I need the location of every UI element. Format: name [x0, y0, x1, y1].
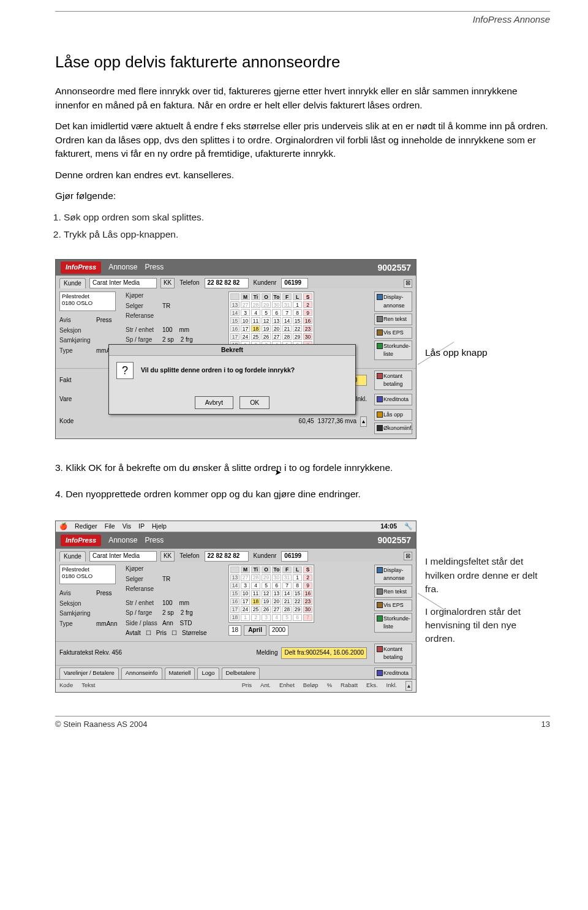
- label-kode: Kode: [59, 417, 74, 426]
- kunde-field[interactable]: Carat Inter Media: [89, 278, 157, 288]
- app-logo: InfoPress: [61, 261, 101, 274]
- label-kundenr: Kundenr: [252, 552, 278, 561]
- confirm-dialog: Bekreft ? Vil du splitte denne ordren i …: [108, 344, 356, 415]
- tab-kunde[interactable]: Kunde: [59, 278, 86, 289]
- dialog-question: Vil du splitte denne ordren i to og ford…: [141, 366, 295, 375]
- page-title: Låse opp delvis fakturerte annonseordre: [55, 51, 550, 74]
- okonomi-button[interactable]: Økonomiinf.: [374, 423, 412, 434]
- label-kjoper: Kjøper: [126, 291, 160, 301]
- subtab-annonseinfo[interactable]: Annonseinfo: [121, 667, 162, 679]
- menu-item[interactable]: IP: [138, 522, 145, 531]
- paragraph: 4. Den nyopprettede ordren kommer opp og…: [55, 487, 550, 501]
- paragraph: Det kan imidlertid være aktuelt å endre …: [55, 119, 550, 160]
- paragraph: 3. Klikk OK for å bekrefte om du ønsker …: [55, 461, 550, 475]
- screenshot-1: InfoPress Annonse Press 9002557 Kunde Ca…: [55, 259, 417, 440]
- fakturatekst: Fakturatekst Rekv. 456: [59, 649, 122, 658]
- checkbox-pris[interactable]: ☐: [146, 629, 151, 638]
- scroll-up-icon[interactable]: ▴: [360, 416, 367, 427]
- list-item: Søk opp ordren som skal splittes.: [64, 211, 550, 224]
- ok-button[interactable]: OK: [239, 396, 270, 409]
- page-number: 13: [541, 719, 550, 731]
- kreditnota-button[interactable]: Kreditnota: [374, 667, 412, 679]
- label-selger: Selger: [126, 302, 160, 311]
- tab-kunde[interactable]: Kunde: [59, 551, 86, 562]
- label-referanse: Referanse: [126, 312, 160, 321]
- kk-button[interactable]: KK: [160, 278, 175, 288]
- paragraph: Gjør følgende:: [55, 189, 550, 203]
- app-titlebar: InfoPress Annonse Press 9002557: [56, 532, 416, 548]
- scroll-up-icon[interactable]: ▴: [405, 681, 412, 691]
- label-kundenr: Kundenr: [252, 279, 278, 288]
- las-opp-button[interactable]: Lås opp: [374, 409, 412, 421]
- question-icon: ?: [116, 362, 134, 379]
- label-seksjon: Seksjon: [59, 326, 94, 336]
- order-number: 9002557: [377, 534, 411, 546]
- subtab-varelinjer[interactable]: Varelinjer / Betalere: [59, 667, 119, 679]
- menu-item[interactable]: Rediger: [75, 522, 97, 531]
- close-icon[interactable]: ⊠: [404, 279, 412, 288]
- kk-button[interactable]: KK: [160, 551, 175, 562]
- annotation-melding: I meldingsfeltet står det hvilken ordre …: [425, 555, 541, 596]
- annotation-orginal: I orginalordren står det henvisning til …: [425, 605, 541, 646]
- app-section: Annonse: [108, 262, 137, 273]
- ren-tekst-button[interactable]: Ren tekst: [374, 586, 412, 598]
- display-annonse-button[interactable]: Display-annonse: [374, 291, 412, 311]
- subtab-logo[interactable]: Logo: [197, 667, 219, 679]
- page-footer: © Stein Raaness AS 2004 13: [55, 716, 550, 731]
- menu-tray-icon[interactable]: 🔧: [404, 522, 412, 531]
- close-icon[interactable]: ⊠: [404, 552, 412, 560]
- label-inkl: Inkl.: [356, 395, 367, 404]
- calendar[interactable]: MTiOToFLS 13272829303112 143456789 15101…: [228, 565, 314, 638]
- menu-item[interactable]: File: [105, 522, 115, 531]
- value-eks: 60,45: [299, 417, 314, 426]
- kreditnota-button[interactable]: Kreditnota: [374, 394, 412, 405]
- menu-item[interactable]: Vis: [123, 522, 131, 531]
- address-box: Pilestredet 0180 OSLO: [59, 565, 116, 584]
- menu-apple-icon[interactable]: 🍎: [59, 522, 67, 531]
- order-number: 9002557: [377, 261, 411, 274]
- app-menubar: 🍎 Rediger File Vis IP Hjelp 14:05 🔧: [56, 521, 416, 532]
- sub-tabs: Varelinjer / Betalere Annonseinfo Materi…: [56, 665, 416, 679]
- label-avis: Avis: [59, 316, 94, 325]
- storkunde-button[interactable]: Storkunde-liste: [374, 613, 412, 633]
- app-logo: InfoPress: [61, 535, 101, 547]
- storkunde-button[interactable]: Storkunde-liste: [374, 340, 412, 360]
- dialog-title: Bekreft: [109, 345, 355, 356]
- subtab-materiell[interactable]: Materiell: [165, 667, 195, 679]
- address-box: Pilestredet 0180 OSLO: [59, 291, 116, 311]
- checkbox-storrelse[interactable]: ☐: [172, 629, 177, 638]
- telefon-field[interactable]: 22 82 82 82: [205, 278, 249, 288]
- customer-row: Kunde Carat Inter Media KK Telefon 22 82…: [56, 276, 416, 289]
- vis-eps-button[interactable]: Vis EPS: [374, 327, 412, 339]
- kunde-field[interactable]: Carat Inter Media: [89, 551, 157, 562]
- telefon-field[interactable]: 22 82 82 82: [205, 551, 249, 562]
- kundenr-field[interactable]: 06199: [281, 278, 308, 288]
- cursor-icon: ➤: [274, 466, 282, 478]
- label-str: Str / enhet: [126, 326, 160, 335]
- kontant-betaling-button[interactable]: Kontant betaling: [374, 370, 412, 390]
- customer-row: Kunde Carat Inter Media KK Telefon 22 82…: [56, 549, 416, 562]
- body-text: 3. Klikk OK for å bekrefte om du ønsker …: [55, 461, 550, 501]
- label-fakt: Fakt: [59, 376, 71, 385]
- vis-eps-button[interactable]: Vis EPS: [374, 600, 412, 611]
- app-section: Annonse: [108, 535, 137, 546]
- cancel-button[interactable]: Avbryt: [195, 396, 234, 409]
- menu-item[interactable]: Hjelp: [152, 522, 167, 531]
- table-header: Kode Tekst Pris Ant. Enhet Beløp % Rabat…: [56, 679, 416, 692]
- kontant-betaling-button[interactable]: Kontant betaling: [374, 644, 412, 663]
- ren-tekst-button[interactable]: Ren tekst: [374, 314, 412, 325]
- display-annonse-button[interactable]: Display-annonse: [374, 565, 412, 584]
- label-samkjoring: Samkjøring: [59, 336, 94, 345]
- list-item: Trykk på Lås opp-knappen.: [64, 228, 550, 241]
- paragraph: Denne ordren kan endres evt. kanselleres…: [55, 168, 550, 182]
- annotation-lasopp: Lås opp knapp: [425, 346, 488, 359]
- label-telefon: Telefon: [178, 552, 200, 561]
- app-section: Press: [145, 535, 164, 546]
- subtab-delbetalere[interactable]: Delbetalere: [222, 667, 260, 679]
- copyright: © Stein Raaness AS 2004: [55, 719, 148, 731]
- side-buttons: Display-annonse Ren tekst Vis EPS Storku…: [374, 291, 412, 365]
- label-type: Type: [59, 347, 94, 356]
- kundenr-field[interactable]: 06199: [281, 551, 308, 562]
- label-telefon: Telefon: [178, 279, 200, 288]
- label-vare: Vare: [59, 395, 72, 404]
